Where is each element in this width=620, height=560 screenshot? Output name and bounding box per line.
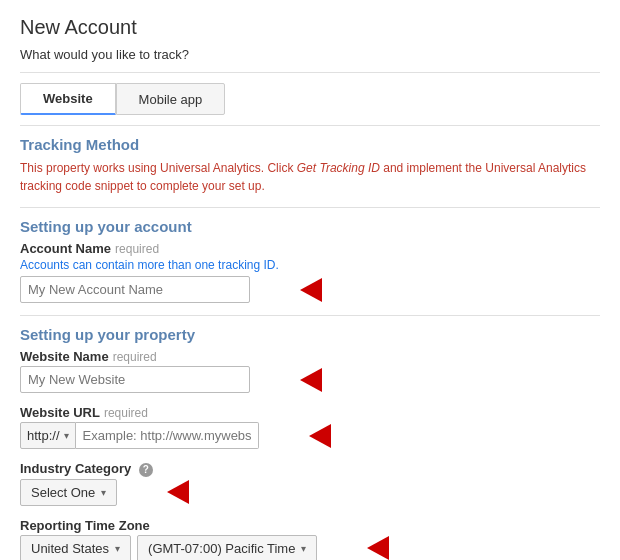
timezone-arrow xyxy=(329,536,389,560)
url-protocol-value: http:// xyxy=(27,428,60,443)
timezone-value-chevron-icon: ▾ xyxy=(301,543,306,554)
website-name-field-block: Website Namerequired xyxy=(20,349,600,393)
website-url-required: required xyxy=(104,406,148,420)
page-title: New Account xyxy=(20,16,600,39)
website-url-field-block: Website URLrequired http:// ▾ xyxy=(20,405,600,449)
industry-help-icon[interactable]: ? xyxy=(139,463,153,477)
timezone-country-chevron-icon: ▾ xyxy=(115,543,120,554)
timezone-value-select[interactable]: (GMT-07:00) Pacific Time ▾ xyxy=(137,535,317,561)
tracking-method-section: Tracking Method This property works usin… xyxy=(20,136,600,195)
timezone-country-select[interactable]: United States ▾ xyxy=(20,535,131,561)
website-url-input[interactable] xyxy=(76,422,259,449)
account-name-field-block: Account Namerequired Accounts can contai… xyxy=(20,241,600,303)
industry-label: Industry Category ? xyxy=(20,461,600,477)
website-url-label: Website URLrequired xyxy=(20,405,600,420)
industry-field-block: Industry Category ? Select One ▾ xyxy=(20,461,600,506)
get-tracking-id-link[interactable]: Get Tracking ID xyxy=(297,161,380,175)
url-protocol-chevron-icon: ▾ xyxy=(64,430,69,441)
url-protocol-dropdown[interactable]: http:// ▾ xyxy=(20,422,76,449)
tab-group: Website Mobile app xyxy=(20,83,600,115)
timezone-country-value: United States xyxy=(31,541,109,556)
account-name-arrow xyxy=(262,278,322,302)
account-name-hint: Accounts can contain more than one track… xyxy=(20,258,600,272)
timezone-value-text: (GMT-07:00) Pacific Time xyxy=(148,541,295,556)
divider-2 xyxy=(20,125,600,126)
account-name-input[interactable] xyxy=(20,276,250,303)
timezone-label: Reporting Time Zone xyxy=(20,518,600,533)
divider-4 xyxy=(20,315,600,316)
tracking-method-title: Tracking Method xyxy=(20,136,600,153)
property-section-title: Setting up your property xyxy=(20,326,600,343)
account-name-required: required xyxy=(115,242,159,256)
divider-3 xyxy=(20,207,600,208)
tracking-info-part1: This property works using Universal Anal… xyxy=(20,161,297,175)
industry-chevron-icon: ▾ xyxy=(101,487,106,498)
track-question: What would you like to track? xyxy=(20,47,600,62)
website-name-label: Website Namerequired xyxy=(20,349,600,364)
account-name-label: Account Namerequired xyxy=(20,241,600,256)
timezone-field-block: Reporting Time Zone United States ▾ (GMT… xyxy=(20,518,600,561)
website-name-required: required xyxy=(113,350,157,364)
account-section-title: Setting up your account xyxy=(20,218,600,235)
website-name-arrow xyxy=(262,368,322,392)
tab-website[interactable]: Website xyxy=(20,83,116,115)
website-name-input[interactable] xyxy=(20,366,250,393)
tab-mobile-app[interactable]: Mobile app xyxy=(116,83,226,115)
tracking-info-text: This property works using Universal Anal… xyxy=(20,159,600,195)
industry-arrow xyxy=(129,480,189,504)
divider-1 xyxy=(20,72,600,73)
industry-select-value: Select One xyxy=(31,485,95,500)
industry-select[interactable]: Select One ▾ xyxy=(20,479,117,506)
website-url-arrow xyxy=(271,424,331,448)
